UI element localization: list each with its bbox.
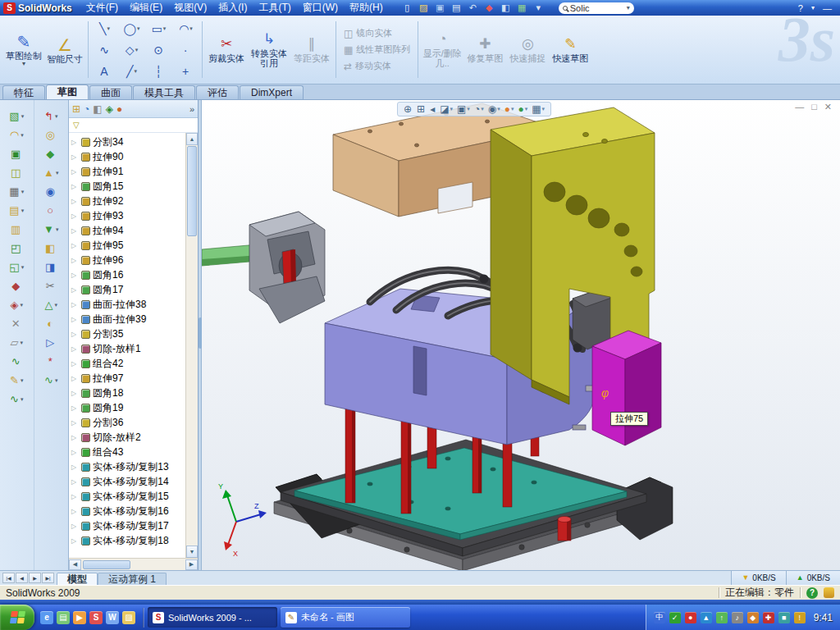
expand-arrow-icon[interactable]: ▷	[71, 212, 79, 220]
help-caret-icon[interactable]: ▾	[811, 4, 815, 11]
expand-arrow-icon[interactable]: ▷	[71, 434, 79, 441]
toolbar-icon-button[interactable]: ▲ ▾	[43, 167, 58, 180]
tree-item[interactable]: ▷ 分割35	[69, 326, 185, 341]
tree-item[interactable]: ▷ 拉伸94	[69, 223, 185, 238]
tab-nav-button[interactable]: ▶|	[42, 573, 54, 583]
sketch-entity-button[interactable]: ╱ ▾	[118, 61, 145, 82]
toolbar-icon-button[interactable]: ◆	[11, 280, 21, 293]
toolbar-icon-button[interactable]: ▼ ▾	[43, 223, 58, 236]
expand-arrow-icon[interactable]: ▷	[71, 360, 79, 368]
view-orientation-icon[interactable]: ▣ ▾	[457, 104, 470, 114]
featuremanager-tab-icon[interactable]: ⊞	[72, 104, 80, 114]
view-settings-icon[interactable]: ▦ ▾	[532, 104, 545, 114]
dropdown-caret-icon[interactable]: ▾	[21, 396, 24, 403]
dropdown-caret-icon[interactable]: ▾	[21, 377, 24, 384]
expand-arrow-icon[interactable]: ▷	[71, 375, 79, 382]
offset-entities-button[interactable]: ∥ 等距实体	[290, 17, 333, 82]
propertymanager-tab-icon[interactable]: ◔	[84, 104, 89, 114]
dropdown-caret-icon[interactable]: ▾	[21, 208, 25, 214]
expand-arrow-icon[interactable]: ▷	[71, 537, 79, 545]
tree-item[interactable]: ▷ 实体-移动/复制17	[69, 518, 185, 533]
expand-arrow-icon[interactable]: ▷	[71, 419, 79, 427]
tree-item[interactable]: ▷ 拉伸90	[69, 149, 185, 164]
health-tray-icon[interactable]: ✚	[763, 612, 774, 623]
toolbar-icon-button[interactable]: ◎	[46, 129, 57, 142]
sketch-entity-button[interactable]: ∿	[91, 39, 118, 61]
toolbar-icon-button[interactable]: ✎ ▾	[10, 374, 23, 387]
tree-item[interactable]: ▷ 实体-移动/复制14	[69, 474, 185, 489]
toolbar-icon-button[interactable]: ▷	[46, 336, 56, 349]
menu-item[interactable]: 文件(F)	[80, 0, 124, 16]
start-button[interactable]	[0, 605, 34, 630]
viewport-close-button[interactable]: ✕	[824, 101, 832, 112]
toolbar-icon-button[interactable]: △ ▾	[44, 299, 57, 312]
tree-item[interactable]: ▷ 拉伸92	[69, 194, 185, 208]
tree-item[interactable]: ▷ 组合42	[69, 356, 185, 371]
tree-horizontal-scrollbar[interactable]: ◀ ▶	[69, 558, 198, 570]
menu-item[interactable]: 编辑(E)	[124, 0, 168, 16]
tree-item[interactable]: ▷ 拉伸91	[69, 164, 185, 179]
antivirus-tray-icon[interactable]: ✓	[669, 612, 681, 623]
part-red-cylinder[interactable]	[558, 517, 571, 541]
linear-sketch-pattern-button[interactable]: ▦ 线性草图阵列	[340, 43, 413, 57]
dropdown-caret-icon[interactable]: ▾	[21, 132, 24, 139]
network-tray-icon[interactable]: ▲	[701, 612, 712, 623]
toolbar-icon-button[interactable]: ◠ ▾	[10, 129, 24, 142]
tree-item[interactable]: ▷ 实体-移动/复制18	[69, 533, 185, 548]
tab-nav-button[interactable]: ◀	[16, 573, 28, 583]
tree-item[interactable]: ▷ 切除-放样2	[69, 430, 185, 445]
document-tab[interactable]: 运动算例 1	[98, 573, 167, 585]
alert-tray-icon[interactable]: ●	[685, 612, 696, 623]
sketch-caret-icon[interactable]: ▾	[22, 61, 25, 67]
zoom-fit-icon[interactable]: ⊕	[404, 104, 413, 114]
edit-appearance-icon[interactable]: ● ▾	[504, 104, 514, 114]
toolbar-icon-button[interactable]: ◧	[45, 242, 57, 255]
options-icon[interactable]: ◧	[499, 2, 513, 14]
convert-entities-button[interactable]: ↳ 转换实体引用	[248, 17, 290, 82]
sketch-entity-button[interactable]: ◇ ▾	[118, 39, 145, 61]
dropdown-caret-icon[interactable]: ▾	[107, 25, 110, 32]
trim-entities-button[interactable]: ✂ 剪裁实体	[205, 17, 248, 82]
sketch-entity-button[interactable]: ◯ ▾	[118, 18, 145, 39]
toolbar-icon-button[interactable]: ▦ ▾	[9, 185, 24, 199]
rapid-sketch-button[interactable]: ✎ 快速草图	[549, 17, 591, 82]
open-icon[interactable]: ▨	[417, 2, 431, 14]
section-view-icon[interactable]: ◪ ▾	[440, 104, 453, 114]
menu-item[interactable]: 工具(T)	[253, 0, 296, 16]
expand-arrow-icon[interactable]: ▷	[71, 242, 79, 249]
tree-vertical-scrollbar[interactable]: ▲ ▼	[185, 133, 198, 558]
toolbar-icon-button[interactable]: ∿	[11, 355, 22, 368]
word-icon[interactable]: W	[106, 611, 119, 624]
tree-item[interactable]: ▷ 曲面-拉伸38	[69, 297, 185, 312]
tree-item[interactable]: ▷ 组合43	[69, 445, 185, 459]
toolbar-icon-button[interactable]: ▤ ▾	[9, 204, 24, 217]
tree-item[interactable]: ▷ 拉伸95	[69, 238, 185, 253]
sketch-entity-button[interactable]: ◠ ▾	[172, 18, 199, 39]
menu-item[interactable]: 插入(I)	[212, 0, 253, 16]
toolbar-icon-button[interactable]: ◆	[46, 148, 56, 161]
status-help-icon[interactable]: ?	[806, 587, 818, 599]
dropdown-caret-icon[interactable]: ▾	[55, 377, 58, 384]
task-button[interactable]: S SolidWorks 2009 - ...	[148, 607, 277, 628]
sketch-entity-button[interactable]: A	[91, 61, 118, 82]
tree-item[interactable]: ▷ 拉伸97	[69, 371, 185, 386]
dropdown-caret-icon[interactable]: ▾	[137, 25, 140, 32]
tree-item[interactable]: ▷ 圆角15	[69, 179, 185, 194]
viewport-restore-button[interactable]: □	[811, 101, 817, 112]
expand-arrow-icon[interactable]: ▷	[71, 139, 79, 146]
toolbar-icon-button[interactable]: ▧ ▾	[9, 110, 24, 123]
expand-arrow-icon[interactable]: ▷	[71, 390, 79, 397]
expand-arrow-icon[interactable]: ▷	[71, 301, 79, 308]
expand-arrow-icon[interactable]: ▷	[71, 153, 79, 161]
dropdown-caret-icon[interactable]: ▾	[54, 302, 57, 308]
solidworks-quicklaunch-icon[interactable]: S	[89, 611, 103, 624]
dropdown-caret-icon[interactable]: ▾	[163, 25, 167, 32]
save-icon[interactable]: ▣	[433, 2, 447, 14]
dropdown-caret-icon[interactable]: ▾	[20, 340, 23, 346]
show-desktop-icon[interactable]: ▤	[57, 611, 70, 624]
sketch-entity-button[interactable]: ·	[172, 39, 199, 61]
scroll-left-button[interactable]: ◀	[69, 559, 81, 570]
warning-tray-icon[interactable]: !	[794, 612, 806, 623]
dimxpertmanager-tab-icon[interactable]: ◈	[106, 104, 113, 114]
toolbar-icon-button[interactable]: *	[48, 355, 54, 368]
